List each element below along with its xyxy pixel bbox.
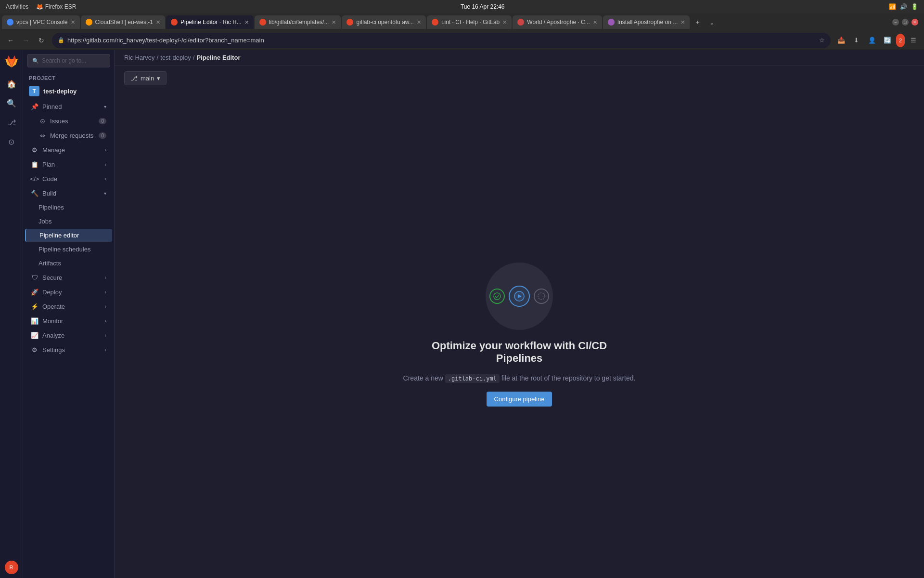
tab-label-cloudshell: CloudShell | eu-west-1 [95, 19, 154, 26]
sidebar-item-secure[interactable]: 🛡 Secure › [25, 271, 112, 284]
tab-close-templates[interactable]: ✕ [332, 19, 336, 26]
os-datetime: Tue 16 Apr 22:46 [461, 3, 505, 10]
tab-overflow-button[interactable]: ⌄ [706, 17, 719, 28]
lock-icon: 🔒 [58, 37, 64, 43]
download-icon[interactable]: ⬇ [850, 34, 863, 47]
sidebar-item-settings[interactable]: ⚙ Settings › [25, 343, 112, 356]
sidebar-label-build: Build [42, 190, 56, 197]
tab-world[interactable]: World / Apostrophe · C... ✕ [513, 15, 602, 29]
menu-icon[interactable]: ☰ [907, 34, 920, 47]
browser-label: 🦊 Firefox ESR [36, 3, 76, 10]
sidebar-label-pinned: Pinned [42, 103, 62, 110]
os-bar-left: Activities 🦊 Firefox ESR [6, 3, 76, 10]
sidebar-item-pipelines[interactable]: Pipelines [25, 201, 112, 214]
sidebar-search-icon[interactable]: 🔍 [3, 94, 20, 112]
breadcrumb-project[interactable]: test-deploy [160, 54, 191, 61]
sidebar-label-jobs: Jobs [38, 218, 51, 225]
sidebar-item-operate[interactable]: ⚡ Operate › [25, 300, 112, 313]
ci-title: Optimize your workflow with CI/CD Pipeli… [423, 340, 616, 365]
tab-icon-install [608, 19, 615, 26]
sidebar-item-analyze[interactable]: 📈 Analyze › [25, 328, 112, 342]
configure-pipeline-button[interactable]: Configure pipeline [487, 392, 552, 407]
sidebar-search-input[interactable]: 🔍 Search or go to... [27, 54, 110, 67]
sidebar-label-manage: Manage [42, 146, 65, 154]
pin-icon: 📌 [31, 103, 38, 110]
sidebar-label-pipeline-schedules: Pipeline schedules [38, 246, 90, 253]
tab-icon-pipeline-editor [171, 19, 178, 26]
plan-icon: 📋 [31, 160, 38, 168]
gitlab-logo[interactable] [4, 54, 19, 69]
sidebar-item-pipeline-schedules[interactable]: Pipeline schedules [25, 243, 112, 256]
extensions-badge[interactable]: 2 [896, 34, 905, 47]
ci-description-suffix: file at the root of the repository to ge… [501, 374, 636, 382]
url-bar-input[interactable]: 🔒 https://gitlab.com/ric_harvey/test-dep… [52, 33, 831, 48]
search-placeholder: Search or go to... [42, 57, 86, 64]
sidebar-home-icon[interactable]: 🏠 [3, 75, 20, 92]
sidebar-item-monitor[interactable]: 📊 Monitor › [25, 314, 112, 328]
tab-close-install[interactable]: ✕ [680, 19, 685, 26]
url-bar: ← → ↻ 🔒 https://gitlab.com/ric_harvey/te… [0, 31, 924, 50]
close-button[interactable]: ✕ [911, 19, 918, 26]
project-icon: T [29, 86, 39, 96]
pinned-chevron: ▾ [104, 104, 106, 109]
tab-label-lint: Lint · CI · Help · GitLab [441, 19, 500, 26]
profile-icon[interactable]: 👤 [865, 34, 879, 47]
sidebar-item-issues[interactable]: ⊙ Issues 0 [25, 114, 112, 128]
ci-empty-state: Optimize your workflow with CI/CD Pipeli… [115, 91, 924, 578]
activities-label[interactable]: Activities [6, 3, 28, 10]
analyze-icon: 📈 [31, 331, 38, 339]
tab-close-world[interactable]: ✕ [593, 19, 597, 26]
forward-button[interactable]: → [19, 34, 33, 47]
sidebar-label-plan: Plan [42, 161, 55, 168]
tab-close-pipeline-editor[interactable]: ✕ [244, 19, 249, 26]
pocket-icon[interactable]: 📥 [834, 34, 848, 47]
sidebar-item-jobs[interactable]: Jobs [25, 215, 112, 228]
tab-templates[interactable]: lib/gitlab/ci/templates/... ✕ [255, 15, 341, 29]
user-avatar[interactable]: R [5, 561, 18, 574]
sidebar-item-pinned[interactable]: 📌 Pinned ▾ [25, 100, 112, 113]
sidebar-label-settings: Settings [42, 346, 65, 354]
tab-icon-lint [432, 19, 438, 26]
tab-close-vpcs[interactable]: ✕ [71, 19, 75, 26]
sidebar-item-pipeline-editor[interactable]: Pipeline editor [25, 229, 112, 242]
sync-icon[interactable]: 🔄 [881, 34, 894, 47]
breadcrumb-user[interactable]: Ric Harvey [124, 54, 155, 61]
tab-icon-cloudshell [86, 19, 92, 26]
sidebar-item-deploy[interactable]: 🚀 Deploy › [25, 285, 112, 299]
minimize-button[interactable]: − [892, 19, 899, 26]
tab-opentofu[interactable]: gitlab-ci opentofu aw... ✕ [342, 15, 425, 29]
tab-vpcs[interactable]: vpcs | VPC Console ✕ [2, 15, 80, 29]
url-action-icons: ☆ [819, 37, 825, 44]
branch-dropdown-icon: ▾ [157, 75, 160, 82]
tab-close-opentofu[interactable]: ✕ [417, 19, 421, 26]
new-tab-button[interactable]: ＋ [691, 16, 705, 28]
sidebar-item-merge-requests[interactable]: ⇔ Merge requests 0 [25, 129, 112, 142]
ci-illustration [486, 263, 553, 330]
branch-selector[interactable]: ⎇ main ▾ [124, 71, 167, 85]
sidebar-merge-icon[interactable]: ⎇ [3, 114, 20, 131]
tab-close-lint[interactable]: ✕ [502, 19, 507, 26]
tab-lint[interactable]: Lint · CI · Help · GitLab ✕ [427, 15, 512, 29]
main-content: Ric Harvey / test-deploy / Pipeline Edit… [115, 50, 924, 578]
breadcrumb-sep1: / [157, 54, 159, 61]
browser-action-buttons: 📥 ⬇ 👤 🔄 2 ☰ [834, 34, 920, 47]
sidebar-item-manage[interactable]: ⚙ Manage › [25, 143, 112, 157]
sidebar-item-artifacts[interactable]: Artifacts [25, 257, 112, 270]
tab-pipeline-editor[interactable]: Pipeline Editor · Ric H... ✕ [166, 15, 254, 29]
tab-install[interactable]: Install Apostrophe on ... ✕ [603, 15, 690, 29]
sidebar-item-code[interactable]: </> Code › [25, 172, 112, 185]
branch-name: main [141, 75, 154, 82]
tab-label-templates: lib/gitlab/ci/templates/... [269, 19, 329, 26]
tab-close-cloudshell[interactable]: ✕ [156, 19, 160, 26]
maximize-button[interactable]: □ [902, 19, 909, 26]
reload-button[interactable]: ↻ [35, 34, 48, 47]
sidebar-item-plan[interactable]: 📋 Plan › [25, 158, 112, 171]
back-button[interactable]: ← [4, 34, 17, 47]
star-icon[interactable]: ☆ [819, 37, 825, 44]
sidebar-item-build[interactable]: 🔨 Build ▾ [25, 186, 112, 200]
build-chevron: ▾ [104, 191, 106, 196]
project-section-label: Project [23, 71, 114, 83]
project-name-item[interactable]: T test-deploy [23, 83, 114, 99]
tab-cloudshell[interactable]: CloudShell | eu-west-1 ✕ [81, 15, 166, 29]
sidebar-issues-icon[interactable]: ⊙ [3, 133, 20, 150]
